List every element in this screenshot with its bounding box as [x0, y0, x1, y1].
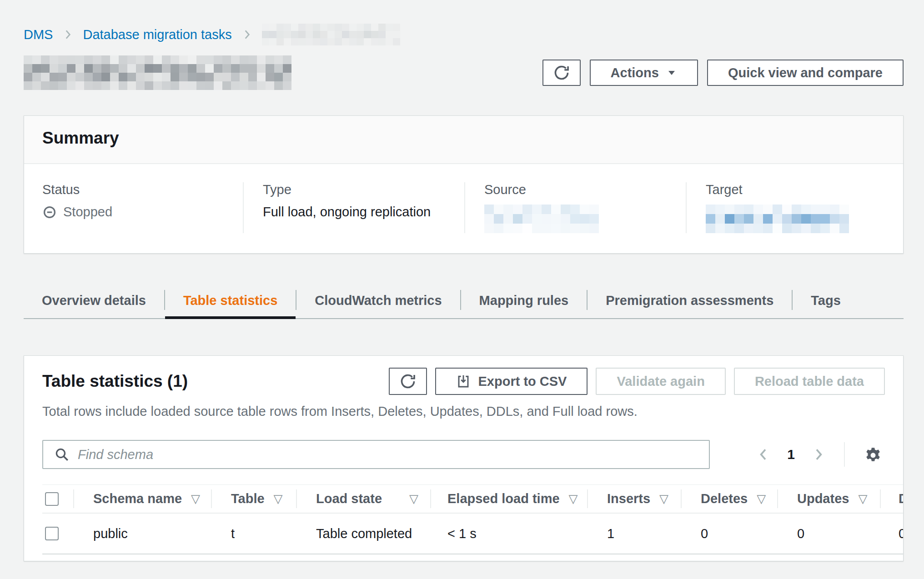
breadcrumb: DMS Database migration tasks: [24, 0, 904, 45]
table-refresh-button[interactable]: [389, 368, 427, 395]
row-checkbox[interactable]: [45, 527, 59, 540]
tab-mapping-rules[interactable]: Mapping rules: [461, 283, 587, 318]
redacted-page-title: [24, 55, 291, 90]
actions-button-label: Actions: [611, 65, 659, 80]
target-label: Target: [706, 182, 903, 197]
table-statistics-description: Total rows include loaded source table r…: [24, 404, 903, 419]
sort-icon: ▽: [757, 492, 766, 506]
sort-icon: ▽: [659, 492, 668, 506]
quick-view-label: Quick view and compare: [728, 65, 883, 80]
sort-icon: ▽: [274, 492, 283, 506]
cell-load-state: Table completed: [296, 514, 430, 554]
table-statistics-title: Table statistics (1): [42, 368, 188, 395]
summary-status-field: Status Stopped: [24, 182, 243, 233]
tab-tags[interactable]: Tags: [793, 283, 859, 318]
status-value: Stopped: [63, 205, 112, 220]
actions-button[interactable]: Actions: [590, 60, 698, 86]
quick-view-and-compare-button[interactable]: Quick view and compare: [707, 60, 904, 86]
breadcrumb-link-dms[interactable]: DMS: [24, 27, 53, 42]
tab-table-statistics[interactable]: Table statistics: [165, 283, 296, 318]
cell-elapsed-load-time: < 1 s: [430, 514, 587, 554]
pagination: 1: [754, 442, 885, 467]
find-schema-searchbox: [42, 440, 710, 469]
next-page-button[interactable]: [809, 445, 828, 464]
reload-table-data-button[interactable]: Reload table data: [734, 368, 885, 395]
search-icon: [54, 447, 70, 462]
refresh-icon: [400, 373, 416, 389]
table-preferences-button[interactable]: [861, 443, 885, 466]
type-value: Full load, ongoing replication: [263, 205, 431, 220]
chevron-right-icon: [62, 29, 74, 40]
cell-table: t: [211, 514, 296, 554]
page-header: Actions Quick view and compare: [24, 55, 904, 90]
refresh-button[interactable]: [542, 60, 581, 86]
validate-again-button[interactable]: Validate again: [596, 368, 725, 395]
column-header-deletes[interactable]: Deletes▽: [681, 485, 777, 513]
column-header-elapsed-load-time[interactable]: Elapsed load time▽: [430, 485, 587, 513]
caret-down-icon: [666, 67, 677, 78]
current-page-number[interactable]: 1: [785, 447, 797, 462]
summary-type-field: Type Full load, ongoing replication: [243, 182, 464, 233]
chevron-right-icon: [811, 447, 826, 462]
source-endpoint-link-redacted[interactable]: [484, 205, 599, 233]
column-header-schema-name[interactable]: Schema name▽: [73, 485, 211, 513]
tab-overview-details[interactable]: Overview details: [24, 283, 164, 318]
select-all-cell: [42, 485, 73, 513]
refresh-icon: [553, 65, 570, 81]
cell-schema-name: public: [73, 514, 211, 554]
export-to-csv-button[interactable]: Export to CSV: [435, 368, 588, 395]
chevron-left-icon: [756, 447, 771, 462]
chevron-right-icon: [241, 29, 253, 40]
sort-icon: ▽: [409, 492, 418, 506]
cell-updates: 0: [777, 514, 880, 554]
column-header-updates[interactable]: Updates▽: [777, 485, 880, 513]
table-header-row: Schema name▽ Table▽ Load state▽ Elapsed …: [42, 484, 903, 514]
column-header-ddls[interactable]: DDLs: [880, 485, 903, 513]
breadcrumb-link-tasks[interactable]: Database migration tasks: [83, 27, 231, 42]
table-statistics-panel: Table statistics (1): [24, 355, 904, 561]
breadcrumb-redacted-task-name: [262, 24, 400, 45]
sort-icon: ▽: [858, 492, 867, 506]
source-label: Source: [484, 182, 686, 197]
stopped-circle-minus-icon: [42, 205, 57, 220]
validate-again-label: Validate again: [617, 374, 704, 389]
summary-panel: Summary Status Stopped Type: [24, 115, 904, 254]
sort-icon: ▽: [569, 492, 578, 506]
column-header-load-state[interactable]: Load state▽: [296, 485, 430, 513]
previous-page-button[interactable]: [754, 445, 773, 464]
column-header-inserts[interactable]: Inserts▽: [587, 485, 681, 513]
select-all-checkbox[interactable]: [45, 492, 59, 506]
task-detail-tabs: Overview details Table statistics CloudW…: [24, 283, 904, 319]
row-select-cell: [42, 514, 73, 554]
table-row: public t Table completed < 1 s 1 0 0 0: [42, 514, 903, 554]
summary-panel-header: Summary: [24, 116, 903, 164]
tab-cloudwatch-metrics[interactable]: CloudWatch metrics: [296, 283, 460, 318]
table-statistics-table: Schema name▽ Table▽ Load state▽ Elapsed …: [42, 484, 903, 554]
export-to-csv-label: Export to CSV: [478, 374, 567, 389]
tab-premigration-assessments[interactable]: Premigration assessments: [588, 283, 792, 318]
target-endpoint-link-redacted[interactable]: [706, 205, 849, 233]
summary-source-field: Source: [464, 182, 686, 233]
export-download-icon: [456, 374, 471, 389]
summary-target-field: Target: [686, 182, 903, 233]
sort-icon: ▽: [191, 492, 200, 506]
cell-deletes: 0: [681, 514, 777, 554]
cell-ddls: 0: [880, 514, 903, 554]
pager-divider: [844, 442, 845, 467]
column-header-table[interactable]: Table▽: [211, 485, 296, 513]
summary-title: Summary: [42, 129, 885, 148]
reload-table-data-label: Reload table data: [755, 374, 864, 389]
gear-icon: [863, 444, 883, 464]
status-label: Status: [42, 182, 243, 197]
cell-inserts: 1: [587, 514, 681, 554]
find-schema-input[interactable]: [78, 441, 709, 468]
type-label: Type: [263, 182, 464, 197]
